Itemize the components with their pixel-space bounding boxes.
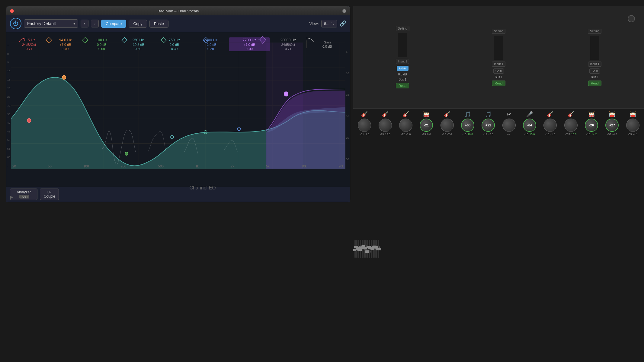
- fader-5-knob[interactable]: [441, 119, 454, 132]
- fader-12-knob[interactable]: -26: [585, 119, 598, 132]
- fader-1: 🎸 -8.4 1.3: [354, 111, 374, 136]
- fader-10-knob[interactable]: [543, 119, 557, 132]
- fader-track-8[interactable]: [367, 240, 368, 258]
- db-right-30: 30: [346, 158, 349, 161]
- channel-3-read-btn[interactable]: Read: [588, 81, 601, 86]
- fader-7-knob[interactable]: +21: [482, 119, 495, 132]
- channel-3-gain-btn[interactable]: Gain: [589, 68, 600, 74]
- fader-7-values: -19 -2.5: [483, 133, 493, 136]
- fader-track-12[interactable]: [374, 240, 376, 258]
- fader-8-icon: ✂: [507, 111, 511, 118]
- fader-6-knob[interactable]: +63: [461, 119, 474, 132]
- svg-marker-6: [203, 37, 209, 43]
- fader-1-knob[interactable]: [358, 119, 371, 132]
- fader-13-icon: 🥁: [609, 111, 615, 118]
- preset-dropdown-wrapper: Factory Default ▼: [24, 19, 78, 28]
- fader-11: 🎸 -7.3 10.8: [561, 111, 581, 136]
- preset-dropdown[interactable]: Factory Default: [24, 19, 78, 28]
- fader-4: 🥁 -21 -23 0.0: [416, 111, 436, 136]
- fader-10-icon: 🎸: [547, 111, 553, 118]
- circle-control[interactable]: [628, 15, 635, 22]
- view-label: View:: [309, 21, 319, 26]
- fader-2-icon: 🎸: [382, 111, 389, 118]
- nav-back-button[interactable]: ‹: [81, 20, 88, 27]
- paste-button[interactable]: Paste: [149, 20, 168, 28]
- channel-3-input-btn[interactable]: Input 1: [588, 62, 602, 67]
- db-label-45: 45: [7, 130, 10, 133]
- fader-9-knob[interactable]: -64: [523, 119, 536, 132]
- channel-1-gain-btn[interactable]: Gain: [397, 66, 409, 71]
- copy-button[interactable]: Copy: [129, 20, 147, 28]
- db-right-5: 5: [346, 50, 349, 53]
- link-button[interactable]: 🔗: [340, 20, 346, 27]
- close-button[interactable]: [10, 9, 14, 13]
- fader-11-knob[interactable]: [564, 119, 578, 132]
- fader-12-icon: 🥁: [588, 111, 595, 118]
- fader-8: ✂ -∞: [499, 111, 519, 136]
- fader-3-knob[interactable]: [399, 119, 412, 132]
- fader-4-knob[interactable]: -21: [420, 119, 433, 132]
- fader-1-icon: 🎸: [361, 111, 368, 118]
- channel-strip-2: Setting Input 1 Gain Bus 1 Read: [452, 29, 545, 86]
- power-button[interactable]: ⏻: [10, 18, 21, 29]
- channel-1-input-btn[interactable]: Input 1: [396, 59, 409, 64]
- fader-row: 🎸 -8.4 1.3 🎸 -23 12.8 🎸: [354, 111, 643, 136]
- fader-10: 🎸 -15 -1.6: [540, 111, 560, 136]
- freq-10k: 10k: [301, 164, 307, 168]
- fader-14-values: -33 -4.1: [628, 133, 638, 136]
- fader-track-7[interactable]: [365, 240, 367, 258]
- channel-2-setting-btn[interactable]: Setting: [492, 29, 505, 34]
- fader-13-knob[interactable]: +27: [605, 119, 619, 132]
- fader-7: 🎵 +21 -19 -2.5: [478, 111, 498, 136]
- bottom-bar: Analyzer POST Q-Couple Channel EQ ▶: [6, 187, 350, 202]
- fader-2-knob[interactable]: [379, 119, 392, 132]
- db-right-20: 20: [346, 115, 349, 118]
- fader-9-values: -15 15.0: [524, 133, 535, 136]
- fader-8-knob[interactable]: [502, 119, 516, 132]
- fader-14-knob[interactable]: [626, 119, 639, 132]
- svg-point-35: [284, 92, 288, 96]
- fader-4-icon: 🥁: [423, 111, 430, 118]
- freq-100: 100: [83, 164, 89, 168]
- fader-handle-14[interactable]: [376, 248, 381, 250]
- fader-5: 🎸 -15 -7.6: [437, 111, 457, 136]
- analyzer-label: Analyzer: [17, 190, 31, 194]
- channel-3-setting-btn[interactable]: Setting: [588, 29, 601, 34]
- freq-20: 20: [12, 164, 16, 168]
- fader-2-values: -23 12.8: [380, 133, 390, 136]
- play-button[interactable]: ▶: [10, 195, 13, 199]
- eq-window: Bad Man – Final Vocals ⏻ Factory Default…: [6, 6, 350, 202]
- fader-track-5[interactable]: [362, 240, 363, 258]
- fader-track-1[interactable]: [354, 240, 356, 258]
- fader-5-values: -15 -7.6: [442, 133, 452, 136]
- channel-1-setting-btn[interactable]: Setting: [396, 26, 409, 31]
- mixer-bottom: 🎸 -8.4 1.3 🎸 -23 12.8 🎸: [353, 109, 644, 362]
- title-bar: Bad Man – Final Vocals: [6, 6, 350, 15]
- db-label-15: 15: [7, 78, 10, 81]
- channel-1-gain-value: 0.0 dB: [398, 73, 407, 76]
- fader-track-4[interactable]: [360, 240, 361, 258]
- channel-1-read-btn[interactable]: Read: [396, 83, 409, 88]
- channel-2-input-btn[interactable]: Input 1: [492, 62, 505, 67]
- svg-point-30: [62, 75, 66, 79]
- q-couple-button[interactable]: Q-Couple: [40, 189, 59, 200]
- analyzer-button[interactable]: Analyzer POST: [10, 189, 37, 200]
- view-select[interactable]: 8...: [321, 20, 337, 27]
- fader-track-11[interactable]: [373, 240, 374, 258]
- channel-2-gain-btn[interactable]: Gain: [493, 68, 504, 74]
- fader-6-values: -15 10.8: [463, 133, 473, 136]
- db-label-55: 55: [7, 147, 10, 150]
- db-label-30: 30: [7, 104, 10, 107]
- compare-button[interactable]: Compare: [101, 20, 126, 28]
- channel-1-bus: Bus 1: [399, 78, 406, 81]
- db-right-25: 25: [346, 136, 349, 139]
- channel-2-read-btn[interactable]: Read: [492, 81, 505, 86]
- fader-tracks-row: [354, 240, 643, 258]
- fader-5-icon: 🎸: [444, 111, 450, 118]
- nav-forward-button[interactable]: ›: [91, 20, 99, 27]
- minimize-button[interactable]: [342, 9, 346, 13]
- channel-strip-1: Setting Input 1 Gain 0.0 dB Bus 1 Read: [356, 26, 449, 88]
- fader-9: 🎤 -64 -15 15.0: [520, 111, 540, 136]
- fader-track-14[interactable]: [378, 240, 379, 258]
- freq-50: 50: [48, 164, 52, 168]
